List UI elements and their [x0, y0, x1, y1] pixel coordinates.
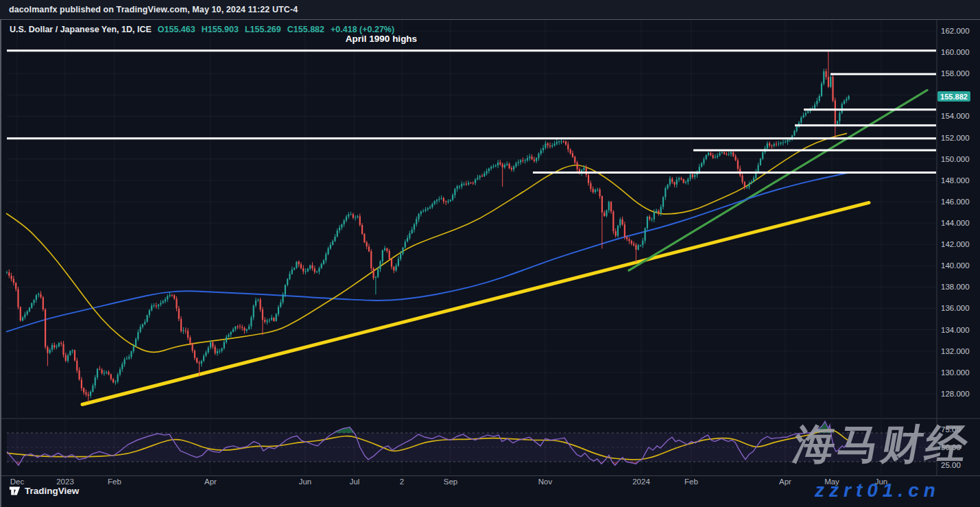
svg-text:Nov: Nov [538, 477, 553, 486]
svg-text:Feb: Feb [684, 477, 698, 486]
svg-text:158.000: 158.000 [941, 69, 970, 78]
svg-text:160.000: 160.000 [941, 48, 970, 56]
svg-text:136.000: 136.000 [941, 304, 970, 312]
symbol-legend: U.S. Dollar / Japanese Yen, 1D, ICEO155.… [10, 25, 394, 34]
svg-text:Feb: Feb [108, 477, 121, 486]
svg-text:144.000: 144.000 [941, 219, 970, 227]
last-price-label: 155.882 [937, 91, 970, 102]
legend-high: H155.903 [202, 25, 239, 34]
svg-text:132.000: 132.000 [941, 347, 970, 355]
svg-text:Sep: Sep [444, 477, 457, 486]
tradingview-logo[interactable]: TradingView [9, 485, 79, 497]
legend-open: O155.463 [158, 25, 195, 34]
annotation-april-1990-highs: April 1990 highs [320, 34, 443, 44]
svg-text:2024: 2024 [632, 477, 650, 486]
svg-text:138.000: 138.000 [941, 283, 970, 291]
tradingview-logo-text: TradingView [25, 486, 79, 496]
svg-text:152.000: 152.000 [941, 134, 970, 142]
svg-text:Apr: Apr [204, 477, 217, 486]
svg-text:154.000: 154.000 [941, 112, 970, 120]
publisher-bar: dacolmanfx published on TradingView.com,… [0, 0, 980, 20]
svg-text:Apr: Apr [779, 477, 791, 486]
publisher-text: dacolmanfx published on TradingView.com,… [0, 5, 298, 14]
tradingview-published-chart: 162.000160.000158.000154.000152.000150.0… [0, 0, 980, 507]
svg-text:162.000: 162.000 [941, 27, 970, 35]
legend-close: C155.882 [287, 25, 324, 34]
legend-change: +0.418 (+0.27%) [331, 25, 394, 34]
svg-text:140.000: 140.000 [941, 261, 970, 270]
svg-text:150.000: 150.000 [941, 155, 970, 163]
svg-text:146.000: 146.000 [941, 198, 970, 206]
svg-text:134.000: 134.000 [941, 326, 970, 334]
svg-text:Jul: Jul [350, 477, 360, 486]
chart-left-border [0, 19, 1, 507]
symbol-title: U.S. Dollar / Japanese Yen, 1D, ICE [10, 25, 152, 34]
watermark-chinese: 海马财经 [791, 424, 974, 465]
tradingview-icon [9, 485, 21, 497]
svg-text:130.000: 130.000 [941, 368, 970, 377]
svg-text:128.000: 128.000 [941, 390, 970, 398]
legend-low: L155.269 [245, 25, 281, 34]
svg-text:142.000: 142.000 [941, 240, 970, 248]
watermark-url: zzrt01.cn [815, 481, 940, 500]
svg-text:2: 2 [400, 477, 404, 486]
svg-text:Jun: Jun [299, 477, 312, 486]
svg-text:148.000: 148.000 [941, 176, 970, 185]
